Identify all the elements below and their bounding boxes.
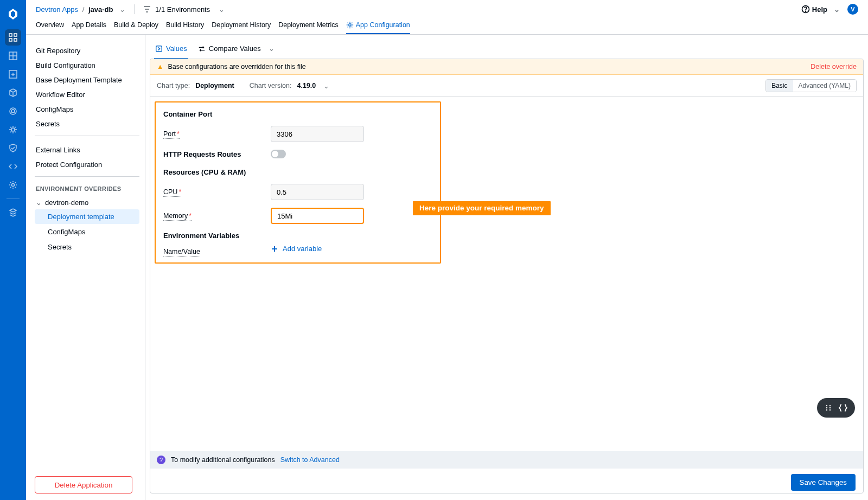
http-routes-label: HTTP Requests Routes [163,150,241,158]
sidebar-item-external-links[interactable]: External Links [35,143,139,157]
subtab-values[interactable]: Values [154,41,188,59]
svg-point-24 [805,11,806,11]
port-label: Port* [163,130,180,139]
env-tree-parent[interactable]: ⌄ devtron-demo [35,196,139,209]
tab-build-history[interactable]: Build History [166,21,204,34]
header: Devtron Apps / java-db ⌄ 1/1 Environment… [26,0,868,18]
svg-point-30 [829,405,831,406]
app-tabs: Overview App Details Build & Deploy Buil… [26,18,868,35]
sidebar-item-workflow[interactable]: Workflow Editor [35,87,139,102]
filter-icon [143,5,151,13]
logo [4,5,22,23]
resources-title: Resources (CPU & RAM) [163,168,432,176]
info-strip: ? To modify additional configurations Sw… [150,451,863,469]
svg-point-25 [349,24,351,26]
values-subtabs: Values Compare Values ⌄ [150,39,864,59]
gear-icon [346,21,354,29]
values-panel: ▲ Base configurations are overridden for… [150,59,864,493]
sidebar-item-configmaps[interactable]: ConfigMaps [35,102,139,117]
tab-build-deploy[interactable]: Build & Deploy [114,21,158,34]
content-area: Values Compare Values ⌄ ▲ Base configura… [145,35,868,500]
svg-point-22 [12,184,15,187]
svg-point-13 [11,128,15,131]
values-icon [155,45,163,53]
breadcrumb: Devtron Apps / java-db ⌄ [36,5,125,14]
memory-label: Memory* [163,212,192,221]
help-icon [801,5,810,14]
braces-icon [839,403,847,412]
svg-point-31 [826,407,827,408]
svg-line-20 [10,131,11,132]
chevron-down-icon[interactable]: ⌄ [119,5,125,14]
sidebar-item-build-config[interactable]: Build Configuration [35,58,139,73]
nav-grid[interactable] [5,48,21,64]
tab-app-configuration[interactable]: App Configuration [346,21,410,34]
chevron-down-icon: ⌄ [323,82,329,90]
config-sidebar: Git Repository Build Configuration Base … [26,35,145,500]
segment-basic[interactable]: Basic [766,80,793,92]
env-child-configmaps[interactable]: ConfigMaps [35,225,139,239]
svg-point-11 [10,108,16,114]
tab-app-details[interactable]: App Details [72,21,106,34]
sidebar-item-git[interactable]: Git Repository [35,43,139,58]
tab-deployment-metrics[interactable]: Deployment Metrics [278,21,338,34]
http-routes-toggle[interactable] [271,150,286,158]
environment-selector[interactable]: 1/1 Environments ⌄ [143,5,225,14]
nav-gear[interactable] [5,177,21,193]
svg-point-12 [11,110,15,113]
memory-input[interactable] [271,208,364,224]
avatar[interactable]: V [847,4,858,15]
warning-icon: ▲ [157,63,163,70]
svg-rect-26 [156,46,162,52]
plus-icon [271,245,278,253]
nav-divider [7,198,20,199]
switch-to-advanced-link[interactable]: Switch to Advanced [280,456,340,464]
question-icon: ? [157,456,165,464]
chevron-down-icon: ⌄ [269,44,275,53]
port-input[interactable] [271,126,364,142]
tab-deployment-history[interactable]: Deployment History [212,21,271,34]
memory-callout: Here provide your required memory [413,201,551,215]
nav-cube[interactable] [5,85,21,101]
nav-apps[interactable] [5,29,21,46]
svg-line-21 [15,127,16,128]
tab-overview[interactable]: Overview [36,21,64,34]
nav-target[interactable] [5,103,21,119]
sidebar-item-protect-config[interactable]: Protect Configuration [35,157,139,172]
help-menu[interactable]: Help ⌄ [801,5,840,14]
nav-add-panel[interactable] [5,66,21,82]
sidebar-item-base-template[interactable]: Base Deployment Template [35,73,139,87]
chevron-down-icon: ⌄ [834,5,840,14]
segment-advanced[interactable]: Advanced (YAML) [793,80,857,92]
svg-point-29 [826,405,827,406]
svg-rect-1 [14,34,17,36]
nav-shield[interactable] [5,140,21,156]
nav-helm[interactable] [5,121,21,138]
add-variable-button[interactable]: Add variable [271,245,432,253]
env-child-secrets[interactable]: Secrets [35,240,139,254]
chevron-down-icon: ⌄ [36,198,42,207]
form-highlight-box: Container Port Port* HTTP Requests Route… [155,101,441,264]
container-port-title: Container Port [163,110,432,118]
nav-code[interactable] [5,158,21,175]
namevalue-label: Name/Value [163,248,200,257]
svg-point-34 [829,409,831,411]
compare-icon [198,45,206,53]
floating-action-button[interactable] [817,398,855,418]
view-mode-segment: Basic Advanced (YAML) [765,79,857,92]
chart-version-select[interactable]: 4.19.0 ⌄ [297,82,330,90]
subtab-compare[interactable]: Compare Values ⌄ [197,41,276,59]
cpu-label: CPU* [163,188,181,197]
cpu-input[interactable] [271,184,364,200]
save-changes-button[interactable]: Save Changes [791,474,856,491]
delete-override-link[interactable]: Delete override [810,63,857,70]
delete-application-button[interactable]: Delete Application [35,476,132,493]
svg-point-33 [826,409,827,411]
sidebar-item-secrets[interactable]: Secrets [35,117,139,131]
svg-line-19 [15,131,16,132]
breadcrumb-root[interactable]: Devtron Apps [36,5,78,14]
env-child-deployment-template[interactable]: Deployment template [35,209,139,224]
nav-stack[interactable] [5,204,21,221]
overrides-label: ENVIRONMENT OVERRIDES [35,183,139,196]
svg-line-18 [10,127,11,128]
